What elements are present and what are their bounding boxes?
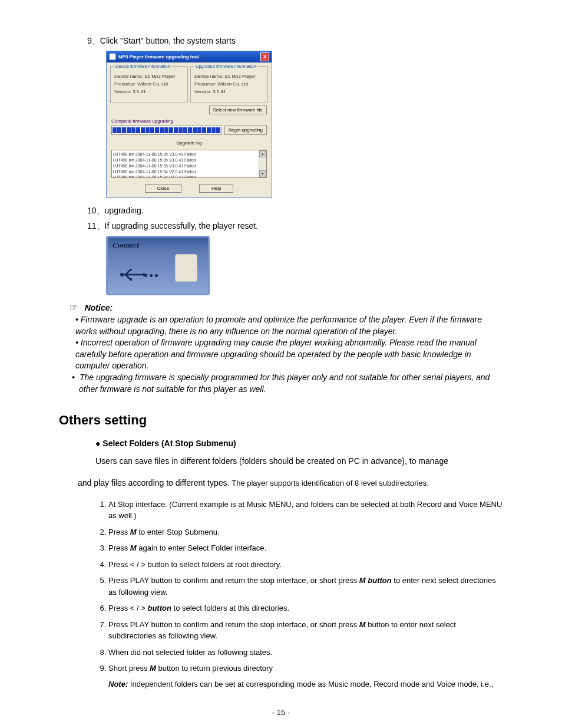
pointing-hand-icon: ☞ (70, 302, 78, 312)
step-item-5: Press PLAY button to confirm and return … (108, 575, 503, 598)
device-info-group: Device firmware information Device name:… (110, 66, 188, 103)
progress-bar (111, 126, 222, 135)
upg-name-row: Device name: S1 Mp3 Player (194, 73, 264, 80)
upgraded-info-title: Upgraded firmware information (194, 64, 257, 70)
device-ver-row: Version: 3.0.41 (114, 88, 184, 95)
dialog-title: MP3 Player firmware upgrading tool (109, 53, 199, 60)
svg-rect-2 (130, 278, 132, 281)
connect-label: Connect (113, 240, 139, 251)
device-info-title: Device firmware information (114, 64, 171, 70)
upgrade-log-box: HJT490.bin 2004-11-08 15:35 V3.0.41 Fail… (111, 150, 267, 178)
scroll-up-icon[interactable]: ▴ (259, 150, 266, 157)
log-scrollbar[interactable]: ▴ ▾ (259, 150, 266, 177)
dialog-title-text: MP3 Player firmware upgrading tool (118, 54, 199, 60)
close-icon[interactable]: X (260, 52, 269, 61)
notice-block: ☞ Notice: • Firmware upgrade is an opera… (59, 301, 503, 396)
connect-dots-icon (144, 274, 158, 277)
notice-bullet-3: •The upgrading firmware is specially pro… (72, 372, 503, 395)
close-button[interactable]: Close (145, 184, 181, 193)
step-9: 9、Click "Start" button, the system start… (87, 35, 503, 47)
upg-ver-row: Version: 3.0.41 (194, 88, 264, 95)
upg-prod-row: Productor: Wilson Co. Ltd. (194, 81, 264, 87)
svg-point-1 (130, 269, 132, 271)
select-folders-para-2: and play files according to different ty… (78, 477, 503, 489)
log-line: HJT490.bin 2004-11-08 15:35 V3.0.41 Fail… (113, 151, 265, 157)
device-name-row: Device name: S1 Mp3 Player (114, 73, 184, 80)
step-item-6: Press < / > button to select folders at … (108, 602, 503, 614)
step-11: 11、If upgrading successfully, the player… (87, 220, 503, 232)
progress-label: Complete firmware upgrading (111, 118, 267, 124)
firmware-dialog: MP3 Player firmware upgrading tool X Dev… (106, 51, 272, 199)
connect-screenshot: Connect (106, 236, 210, 295)
step-item-9: Short press M button to return previous … (108, 663, 503, 674)
upgraded-info-group: Upgraded firmware information Device nam… (190, 66, 268, 103)
step-item-2: Press M to enter Stop Submenu. (108, 526, 503, 538)
device-prod-row: Productor: Wilson Co. Ltd. (114, 81, 184, 87)
step-item-7: Press PLAY button to confirm and return … (108, 619, 503, 642)
note-line: Note: Independent folders can be set at … (108, 679, 503, 690)
app-icon (109, 53, 116, 60)
dialog-titlebar: MP3 Player firmware upgrading tool X (107, 51, 272, 62)
others-setting-heading: Others setting (59, 411, 503, 430)
help-button[interactable]: Help (199, 184, 233, 193)
step-10: 10、upgrading. (87, 205, 503, 217)
step-item-1: At Stop interface. (Current example is a… (108, 499, 503, 522)
notice-title: Notice: (85, 303, 113, 312)
svg-point-0 (120, 273, 124, 276)
begin-upgrading-button[interactable]: Begin upgrading (224, 126, 267, 134)
select-firmware-button[interactable]: Select new firmware file (209, 106, 267, 114)
select-folders-title: Select Folders (At Stop Submenu) (95, 438, 503, 450)
log-line: HJT490.bin 2004-11-08 15:35 V3.0.41 Fail… (113, 157, 265, 163)
select-folders-steps: At Stop interface. (Current example is a… (95, 499, 503, 674)
log-line: HJT490.bin 2004-11-08 15:35 V3.0.41 Fail… (113, 163, 265, 169)
step-item-4: Press < / > button to select folders at … (108, 559, 503, 571)
upgrade-log-label: Upgrade log (176, 140, 202, 146)
log-line: HJT490.bin 2004-11-08 15:34 V2.0.41 Fail… (113, 169, 265, 175)
select-folders-para-1: Users can save files in different folder… (95, 456, 503, 467)
document-icon (175, 254, 197, 282)
notice-bullet-2: • Incorrect operation of firmware upgrad… (75, 337, 503, 372)
page-number: - 15 - (59, 707, 503, 718)
log-line: HJT490.bin 2004-11-08 15:34 V3.0.41 Fail… (113, 174, 265, 178)
step-item-3: Press M again to enter Select Folder int… (108, 542, 503, 554)
scroll-down-icon[interactable]: ▾ (259, 170, 266, 177)
step-item-8: When did not selected folder as followin… (108, 647, 503, 658)
notice-bullet-1: • Firmware upgrade is an operation to pr… (75, 314, 503, 337)
